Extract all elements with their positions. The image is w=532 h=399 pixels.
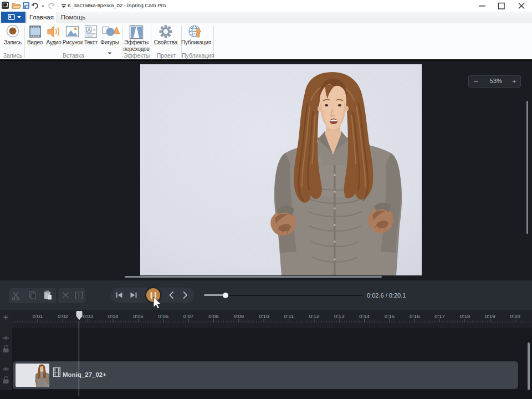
svg-text:0:03: 0:03 (83, 313, 93, 319)
svg-text:0:04: 0:04 (108, 313, 119, 319)
svg-text:0:01: 0:01 (33, 313, 43, 319)
svg-text:0:10: 0:10 (259, 313, 269, 319)
svg-text:0:07: 0:07 (183, 313, 194, 319)
svg-text:0:02: 0:02 (58, 313, 68, 319)
svg-text:0:11: 0:11 (284, 313, 294, 319)
svg-text:0:08: 0:08 (208, 313, 219, 319)
svg-text:0:06: 0:06 (158, 313, 169, 319)
svg-text:A: A (88, 27, 91, 33)
svg-text:0:18: 0:18 (460, 313, 470, 319)
svg-text:0:14: 0:14 (359, 313, 370, 319)
svg-text:0:12: 0:12 (309, 313, 320, 319)
svg-text:0:20: 0:20 (510, 313, 520, 319)
svg-text:0:05: 0:05 (133, 313, 144, 319)
svg-text:0:13: 0:13 (334, 313, 345, 319)
svg-text:0:09: 0:09 (234, 313, 244, 319)
svg-text:0:16: 0:16 (410, 313, 420, 319)
svg-text:0:15: 0:15 (385, 313, 395, 319)
svg-text:0:17: 0:17 (434, 313, 445, 319)
svg-text:0:19: 0:19 (485, 313, 495, 319)
